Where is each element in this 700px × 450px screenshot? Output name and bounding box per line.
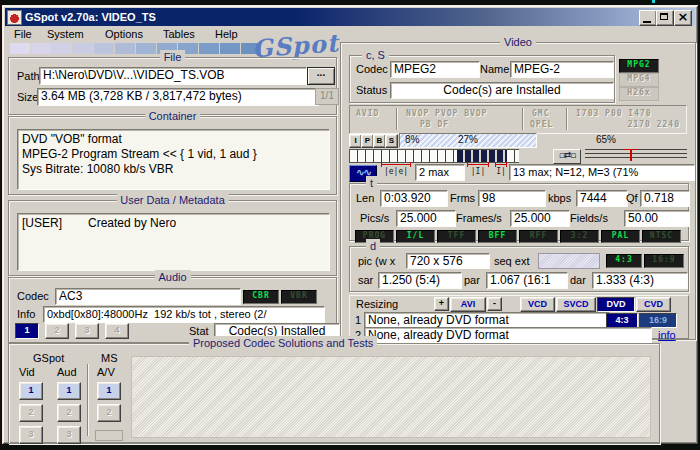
resize-plus-button[interactable]: +: [434, 297, 449, 311]
path-field[interactable]: H:\Nero\DVD\V...\VIDEO_TS.VOB: [39, 67, 307, 85]
audio-stream-1-button[interactable]: 1: [15, 323, 39, 339]
dar-field: 1.333 (4:3): [592, 272, 688, 289]
gspot-aud-test-2-button[interactable]: 2: [57, 404, 81, 422]
fieldsps-field: 50.00: [624, 210, 690, 227]
video-name-field: MPEG-2: [510, 61, 614, 78]
menu-options[interactable]: Options: [105, 28, 143, 40]
userdata-tag: [USER]: [22, 216, 62, 230]
pal-led: PAL: [601, 230, 640, 243]
video-codec-field: MPEG2: [390, 61, 480, 78]
audio-info-field: 0xbd[0x80]:48000Hz 192 kb/s tot , stereo…: [43, 306, 325, 323]
qf-label: Qf: [626, 192, 638, 204]
gspot-vid-test-1-button[interactable]: 1: [19, 382, 43, 400]
kbps-field: 7444: [576, 190, 628, 207]
video-codec-label: Codec: [356, 63, 388, 75]
resize-avi-button[interactable]: AVI: [450, 297, 486, 312]
userdata-group: User Data / Metadata [USER]Created by Ne…: [8, 200, 337, 276]
userdata-group-title: User Data / Metadata: [116, 193, 229, 207]
bff-led: BFF: [478, 230, 517, 243]
aud-column-label: Aud: [57, 366, 77, 378]
h26x-badge: H26x: [619, 87, 659, 101]
proposed-divider: [87, 364, 89, 436]
menu-tables[interactable]: Tables: [163, 28, 195, 40]
flag-gmc: GMC: [532, 109, 549, 118]
resize-minus-button[interactable]: -: [487, 297, 502, 311]
len-label: Len: [356, 192, 374, 204]
frame-percent-bar: 8% 27%: [399, 133, 537, 148]
gspot-aud-test-1-button[interactable]: 1: [57, 382, 81, 400]
mpg4-badge: MPG4: [619, 73, 659, 87]
sar-field: 1.250 (5:4): [378, 272, 462, 289]
resizing-label: Resizing: [356, 298, 398, 310]
audio-stream-4-button[interactable]: 4: [105, 323, 129, 339]
container-line-2: MPEG-2 Program Stream << { 1 vid, 1 aud …: [22, 147, 325, 162]
gspot-aud-test-3-button[interactable]: 3: [57, 426, 81, 444]
flag-vop-group: NVOP PVOP BVOP: [406, 109, 487, 118]
ms-av-test-1-button[interactable]: 1: [97, 382, 121, 400]
kbps-label: kbps: [548, 192, 571, 204]
bframe-distance-marker: |e|e|: [381, 162, 411, 176]
audio-group-title: Audio: [154, 270, 190, 284]
resize-info-link[interactable]: info: [658, 329, 676, 341]
window-title: GSpot v2.70a: VIDEO_TS: [25, 8, 156, 26]
audio-info-label: Info: [17, 308, 35, 320]
test-results-area: [131, 356, 651, 438]
resizing-panel: Resizing + AVI - VCD SVCD DVD CVD 1 None…: [349, 295, 689, 339]
size-label: Size: [17, 91, 38, 103]
flag-row-bottom: 2170 2240: [628, 120, 680, 129]
par-field: 1.067 (16:1: [486, 272, 568, 289]
audio-codec-field: AC3: [55, 288, 241, 305]
i-frame-percent: 8%: [405, 134, 419, 146]
gspot-vid-test-2-button[interactable]: 2: [19, 404, 43, 422]
file-group-title: File: [160, 50, 186, 64]
bmax-field: 2 max: [415, 164, 465, 181]
gop-info-field: 13 max; N=12, M=3 (71%: [509, 164, 695, 181]
cs-subgroup-title: c, S: [362, 48, 389, 62]
gop-ruler: [585, 149, 687, 161]
screenshot-frame: GSpot v2.70a: VIDEO_TS File System Optio…: [0, 0, 700, 450]
rff-led: RFF: [519, 230, 558, 243]
frame-type-s-button[interactable]: S: [385, 134, 398, 148]
audio-stream-3-button[interactable]: 3: [75, 323, 99, 339]
framesps-field: 25.000: [510, 210, 570, 227]
flag-pb-df: PB DF: [420, 120, 449, 129]
resize-svcd-button[interactable]: SVCD: [556, 297, 596, 312]
video-group-title: Video: [500, 35, 536, 49]
menu-help[interactable]: Help: [215, 28, 238, 40]
gop-ticks-tail: [507, 149, 519, 163]
seq-ext-field: [538, 253, 600, 269]
container-info-box: DVD "VOB" format MPEG-2 Program Stream <…: [17, 129, 330, 190]
gspot-window: GSpot v2.70a: VIDEO_TS File System Optio…: [2, 5, 698, 444]
gspot-vid-test-3-button[interactable]: 3: [19, 426, 43, 444]
audio-stream-2-button[interactable]: 2: [45, 323, 69, 339]
ms-av-test-2-button[interactable]: 2: [97, 404, 121, 422]
maximize-button[interactable]: [656, 10, 674, 26]
resize-dvd-button[interactable]: DVD: [597, 297, 635, 312]
audio-vbr-led: VBR: [281, 290, 317, 304]
minimize-button[interactable]: [639, 10, 657, 26]
fieldsps-label: Fields/s: [570, 212, 608, 224]
browse-button[interactable]: ...: [307, 67, 335, 85]
gop-ticks-dark: [457, 149, 508, 163]
close-button[interactable]: [674, 10, 692, 26]
vid-column-label: Vid: [19, 366, 35, 378]
file-group: File Path H:\Nero\DVD\V...\VIDEO_TS.VOB …: [8, 57, 337, 115]
menu-file[interactable]: File: [14, 28, 32, 40]
av-column-label: A/V: [97, 366, 115, 378]
tff-led: TFF: [437, 230, 476, 243]
video-group: Video c, S Codec MPEG2 Name MPEG-2 Statu…: [340, 42, 696, 340]
pic-size-field: 720 x 576: [406, 253, 490, 269]
resize-cvd-button[interactable]: CVD: [636, 297, 671, 312]
flag-avid: AVID: [356, 109, 379, 118]
container-line-1: DVD "VOB" format: [22, 132, 325, 147]
pics-label: Pics/s: [360, 212, 389, 224]
d-subgroup-title: d: [366, 239, 380, 253]
frms-label: Frms: [450, 192, 475, 204]
menu-system[interactable]: System: [47, 28, 84, 40]
resize-vcd-button[interactable]: VCD: [520, 297, 555, 312]
gradient-strip: [10, 43, 262, 54]
output-aspect-169-button[interactable]: 16:9: [639, 313, 677, 328]
output-aspect-43-button[interactable]: 4:3: [606, 313, 638, 328]
mpg2-led: MPG2: [619, 59, 659, 73]
video-status-label: Status: [356, 84, 387, 96]
